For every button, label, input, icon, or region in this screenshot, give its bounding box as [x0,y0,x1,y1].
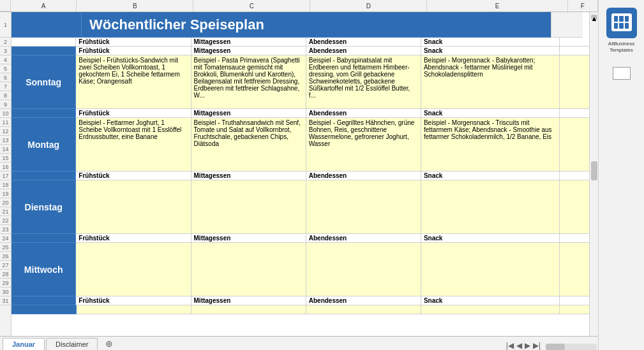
dienstag-abendessen-content [306,180,421,234]
dienstag-mittagessen-content [191,180,306,234]
row-num-14: 14 [0,145,11,154]
mittwoch-snack-label: Snack [421,234,560,243]
sonntag-f-label [560,47,589,55]
montag-f-content [560,118,589,171]
sonntag-snack-label: Snack [421,47,560,55]
sonntag-label-row: Frühstück Mittagessen Abendessen Snack [11,47,589,55]
row31-d [306,305,421,314]
mittwoch-abendessen-label: Abendessen [306,234,421,243]
montag-snack-label: Snack [421,109,560,118]
sidebar-logo-icon [611,13,632,31]
dienstag-mittagessen-label: Mittagessen [191,171,306,180]
row-num-27: 27 [0,261,11,270]
dienstag-fruehstueck-content [76,180,191,234]
row-num-29: 29 [0,279,11,288]
col-label-a [11,38,76,47]
row-num-24: 24 [0,234,11,243]
next-f-label [560,296,589,305]
dienstag-abendessen-label: Abendessen [306,171,421,180]
scroll-thumb[interactable] [591,161,597,180]
row-num-6: 6 [0,73,11,82]
next-label-row: Frühstück Mittagessen Abendessen Snack [11,296,589,305]
dienstag-f-content [560,180,589,234]
sidebar-line1: AllBusiness [608,41,634,47]
sidebar-logo [606,8,637,38]
montag-mittagessen-content: Beispiel - Truthahnsandwich mit Senf, To… [191,118,306,171]
row-num-4: 4 [0,55,11,64]
nav-left-left[interactable]: |◀ [506,341,514,350]
row-num-15: 15 [0,154,11,163]
col-label-e: Snack [421,38,560,47]
title-cell-main: Wöchentlicher Speiseplan [82,12,551,38]
mittwoch-day-label-top [11,234,76,243]
montag-snack-content: Beispiel - Morgensnack - Triscuits mit f… [421,118,560,171]
row-num-9: 9 [0,100,11,109]
tab-januar[interactable]: Januar [3,338,45,350]
mittwoch-mittagessen-label: Mittagessen [191,234,306,243]
row31-f [560,305,589,314]
sonntag-day-label-top [11,47,76,55]
row-num-21: 21 [0,207,11,216]
montag-abendessen-label: Abendessen [306,109,421,118]
title-cell-f [551,12,583,38]
montag-f-label [560,109,589,118]
tabs-area: Januar Disclaimer ⊕ |◀ ◀ ▶ ▶| [0,336,598,350]
col-header-e: E [427,0,567,11]
row-num-25: 25 [0,243,11,252]
dienstag-day-cell: Dienstag [11,180,76,234]
sidebar-line2: Templates [610,47,633,53]
col-header-c: C [193,0,310,11]
mittwoch-label: Mittwoch [24,265,63,275]
nav-left[interactable]: ◀ [516,341,522,350]
nav-right[interactable]: ▶ [525,341,530,350]
row-num-30: 30 [0,288,11,296]
mittwoch-f-content [560,243,589,296]
sonntag-label: Sonntag [26,77,61,87]
col-label-c: Mittagessen [191,38,306,47]
sidebar-scroll-box[interactable] [613,67,631,80]
sonntag-snack-content: Beispiel - Morgensnack - Babykarotten; A… [421,55,560,109]
row-num-28: 28 [0,270,11,279]
horizontal-scrollbar[interactable] [544,344,598,350]
nav-right-right[interactable]: ▶| [533,341,541,350]
col-label-b: Frühstück [76,38,191,47]
col-header-d: D [310,0,427,11]
row31-c [191,305,306,314]
mittwoch-content-block: Mittwoch [11,243,589,296]
sonntag-abendessen-content: Beispiel - Babyspinatsalat mit Erdbeeren… [306,55,421,109]
h-scroll-thumb[interactable] [546,344,565,350]
col-header-b: B [77,0,193,11]
sidebar-label: AllBusiness Templates [608,41,634,54]
col-label-f [560,38,589,47]
sonntag-content-block: Sonntag Beispiel - Frühstücks-Sandwich m… [11,55,589,109]
dienstag-day-label-top [11,171,76,180]
row31-b [77,305,191,314]
dienstag-snack-content [421,180,560,234]
montag-label: Montag [27,140,59,150]
dienstag-label-row: Frühstück Mittagessen Abendessen Snack [11,171,589,180]
row-num-1: 1 [0,12,11,38]
bottom-nav: |◀ ◀ ▶ ▶| [502,341,544,350]
spreadsheet-title: Wöchentlicher Speiseplan [89,17,264,33]
montag-fruehstueck-content: Beispiel - Fettarmer Joghurt, 1 Scheibe … [76,118,191,171]
vertical-scrollbar[interactable]: ▲ [589,12,598,336]
sonntag-day-cell: Sonntag [11,55,76,109]
title-row: Wöchentlicher Speiseplan [11,12,589,38]
sonntag-mittagessen-content: Beispiel - Pasta Primavera (Spaghetti mi… [191,55,306,109]
row-num-31: 31 [0,296,11,305]
row31 [11,305,589,314]
dienstag-snack-label: Snack [421,171,560,180]
tab-add-button[interactable]: ⊕ [101,337,117,350]
tab-disclaimer[interactable]: Disclaimer [46,338,98,350]
sonntag-fruehstueck-label: Frühstück [76,47,191,55]
sonntag-abendessen-label: Abendessen [306,47,421,55]
row-num-5: 5 [0,64,11,73]
dienstag-f-label [560,171,589,180]
sonntag-fruehstueck-content: Beispiel - Frühstücks-Sandwich mit zwei … [76,55,191,109]
col-label-d: Abendessen [306,38,421,47]
scroll-up-arrow[interactable]: ▲ [591,15,597,20]
montag-content-block: Montag Beispiel - Fettarmer Joghurt, 1 S… [11,118,589,171]
dienstag-content-block: Dienstag [11,180,589,234]
title-cell-a [11,12,82,38]
row-num-17: 17 [0,171,11,180]
